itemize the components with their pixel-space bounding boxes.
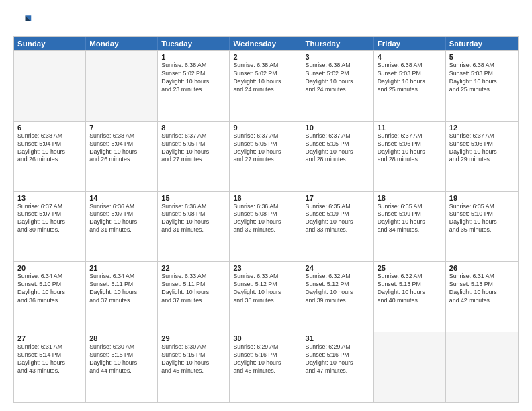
day-number: 28 [89,334,154,342]
day-info: Sunrise: 6:33 AM Sunset: 5:12 PM Dayligh… [233,273,298,305]
calendar-cell: 23Sunrise: 6:33 AM Sunset: 5:12 PM Dayli… [230,262,302,332]
day-number: 3 [306,53,370,61]
calendar-cell [374,332,446,402]
day-info: Sunrise: 6:37 AM Sunset: 5:06 PM Dayligh… [378,132,442,165]
day-number: 27 [17,334,82,342]
calendar-cell [446,332,518,402]
day-number: 24 [306,264,370,272]
day-info: Sunrise: 6:37 AM Sunset: 5:06 PM Dayligh… [449,132,515,165]
weekday-header: Saturday [446,37,518,50]
calendar-cell: 9Sunrise: 6:37 AM Sunset: 5:05 PM Daylig… [230,122,302,191]
calendar-header: SundayMondayTuesdayWednesdayThursdayFrid… [14,37,518,50]
calendar-cell: 19Sunrise: 6:35 AM Sunset: 5:10 PM Dayli… [446,192,518,262]
day-number: 11 [378,124,442,132]
calendar-cell: 11Sunrise: 6:37 AM Sunset: 5:06 PM Dayli… [374,122,446,191]
day-number: 30 [233,334,298,342]
weekday-header: Thursday [302,37,374,50]
page: SundayMondayTuesdayWednesdayThursdayFrid… [0,0,532,411]
weekday-header: Sunday [14,37,86,50]
calendar-cell: 4Sunrise: 6:38 AM Sunset: 5:03 PM Daylig… [374,51,446,121]
calendar-cell: 14Sunrise: 6:36 AM Sunset: 5:07 PM Dayli… [86,192,158,262]
logo-icon [13,12,32,31]
calendar-cell: 28Sunrise: 6:30 AM Sunset: 5:15 PM Dayli… [86,332,158,402]
calendar-cell: 7Sunrise: 6:38 AM Sunset: 5:04 PM Daylig… [86,122,158,191]
day-number: 16 [233,194,298,202]
calendar-cell: 13Sunrise: 6:37 AM Sunset: 5:07 PM Dayli… [14,192,86,262]
calendar-cell: 27Sunrise: 6:31 AM Sunset: 5:14 PM Dayli… [14,332,86,402]
day-info: Sunrise: 6:38 AM Sunset: 5:02 PM Dayligh… [161,62,226,94]
day-info: Sunrise: 6:29 AM Sunset: 5:16 PM Dayligh… [306,343,370,375]
day-number: 23 [233,264,298,272]
day-info: Sunrise: 6:34 AM Sunset: 5:10 PM Dayligh… [17,273,82,305]
calendar-cell: 22Sunrise: 6:33 AM Sunset: 5:11 PM Dayli… [158,262,230,332]
day-info: Sunrise: 6:32 AM Sunset: 5:12 PM Dayligh… [306,273,370,305]
calendar-row: 6Sunrise: 6:38 AM Sunset: 5:04 PM Daylig… [14,121,518,191]
day-number: 26 [449,264,515,272]
day-info: Sunrise: 6:38 AM Sunset: 5:03 PM Dayligh… [449,62,515,94]
day-number: 8 [161,124,226,132]
day-number: 18 [378,194,442,202]
day-info: Sunrise: 6:37 AM Sunset: 5:05 PM Dayligh… [161,132,226,165]
calendar-cell: 10Sunrise: 6:37 AM Sunset: 5:05 PM Dayli… [302,122,374,191]
calendar-row: 20Sunrise: 6:34 AM Sunset: 5:10 PM Dayli… [14,261,518,332]
calendar-cell: 18Sunrise: 6:35 AM Sunset: 5:09 PM Dayli… [374,192,446,262]
day-info: Sunrise: 6:29 AM Sunset: 5:16 PM Dayligh… [233,343,298,375]
calendar-cell [86,51,158,121]
calendar-cell: 3Sunrise: 6:38 AM Sunset: 5:02 PM Daylig… [302,51,374,121]
day-number: 29 [161,334,226,342]
calendar-cell: 26Sunrise: 6:31 AM Sunset: 5:13 PM Dayli… [446,262,518,332]
day-info: Sunrise: 6:30 AM Sunset: 5:15 PM Dayligh… [89,343,154,375]
day-number: 25 [378,264,442,272]
weekday-header: Friday [374,37,446,50]
day-info: Sunrise: 6:36 AM Sunset: 5:08 PM Dayligh… [233,203,298,235]
calendar-cell: 30Sunrise: 6:29 AM Sunset: 5:16 PM Dayli… [230,332,302,402]
calendar-cell: 21Sunrise: 6:34 AM Sunset: 5:11 PM Dayli… [86,262,158,332]
day-number: 6 [17,124,82,132]
calendar-cell: 17Sunrise: 6:35 AM Sunset: 5:09 PM Dayli… [302,192,374,262]
calendar-cell: 12Sunrise: 6:37 AM Sunset: 5:06 PM Dayli… [446,122,518,191]
day-info: Sunrise: 6:35 AM Sunset: 5:09 PM Dayligh… [378,203,442,235]
calendar-cell: 20Sunrise: 6:34 AM Sunset: 5:10 PM Dayli… [14,262,86,332]
calendar-row: 1Sunrise: 6:38 AM Sunset: 5:02 PM Daylig… [14,50,518,121]
day-info: Sunrise: 6:31 AM Sunset: 5:13 PM Dayligh… [449,273,515,305]
calendar-row: 13Sunrise: 6:37 AM Sunset: 5:07 PM Dayli… [14,191,518,262]
day-number: 17 [306,194,370,202]
day-number: 15 [161,194,226,202]
day-info: Sunrise: 6:37 AM Sunset: 5:07 PM Dayligh… [17,203,82,235]
day-info: Sunrise: 6:38 AM Sunset: 5:02 PM Dayligh… [233,62,298,94]
day-number: 2 [233,53,298,61]
day-number: 31 [306,334,370,342]
calendar-body: 1Sunrise: 6:38 AM Sunset: 5:02 PM Daylig… [14,50,518,402]
calendar-cell: 15Sunrise: 6:36 AM Sunset: 5:08 PM Dayli… [158,192,230,262]
day-info: Sunrise: 6:32 AM Sunset: 5:13 PM Dayligh… [378,273,442,305]
day-number: 20 [17,264,82,272]
day-number: 12 [449,124,515,132]
weekday-header: Monday [86,37,158,50]
day-number: 13 [17,194,82,202]
calendar-cell: 6Sunrise: 6:38 AM Sunset: 5:04 PM Daylig… [14,122,86,191]
calendar-cell: 16Sunrise: 6:36 AM Sunset: 5:08 PM Dayli… [230,192,302,262]
day-info: Sunrise: 6:37 AM Sunset: 5:05 PM Dayligh… [233,132,298,165]
calendar-cell: 8Sunrise: 6:37 AM Sunset: 5:05 PM Daylig… [158,122,230,191]
day-info: Sunrise: 6:38 AM Sunset: 5:02 PM Dayligh… [306,62,370,94]
day-number: 5 [449,53,515,61]
day-info: Sunrise: 6:36 AM Sunset: 5:08 PM Dayligh… [161,203,226,235]
calendar-row: 27Sunrise: 6:31 AM Sunset: 5:14 PM Dayli… [14,332,518,402]
calendar-cell: 1Sunrise: 6:38 AM Sunset: 5:02 PM Daylig… [158,51,230,121]
calendar-cell: 24Sunrise: 6:32 AM Sunset: 5:12 PM Dayli… [302,262,374,332]
day-number: 4 [378,53,442,61]
day-number: 21 [89,264,154,272]
day-info: Sunrise: 6:36 AM Sunset: 5:07 PM Dayligh… [89,203,154,235]
day-info: Sunrise: 6:38 AM Sunset: 5:03 PM Dayligh… [378,62,442,94]
day-info: Sunrise: 6:38 AM Sunset: 5:04 PM Dayligh… [17,132,82,165]
calendar-cell: 5Sunrise: 6:38 AM Sunset: 5:03 PM Daylig… [446,51,518,121]
day-number: 14 [89,194,154,202]
day-info: Sunrise: 6:35 AM Sunset: 5:09 PM Dayligh… [306,203,370,235]
day-number: 1 [161,53,226,61]
header [13,12,519,31]
day-info: Sunrise: 6:38 AM Sunset: 5:04 PM Dayligh… [89,132,154,165]
day-info: Sunrise: 6:37 AM Sunset: 5:05 PM Dayligh… [306,132,370,165]
weekday-header: Wednesday [230,37,302,50]
day-info: Sunrise: 6:31 AM Sunset: 5:14 PM Dayligh… [17,343,82,375]
day-number: 7 [89,124,154,132]
